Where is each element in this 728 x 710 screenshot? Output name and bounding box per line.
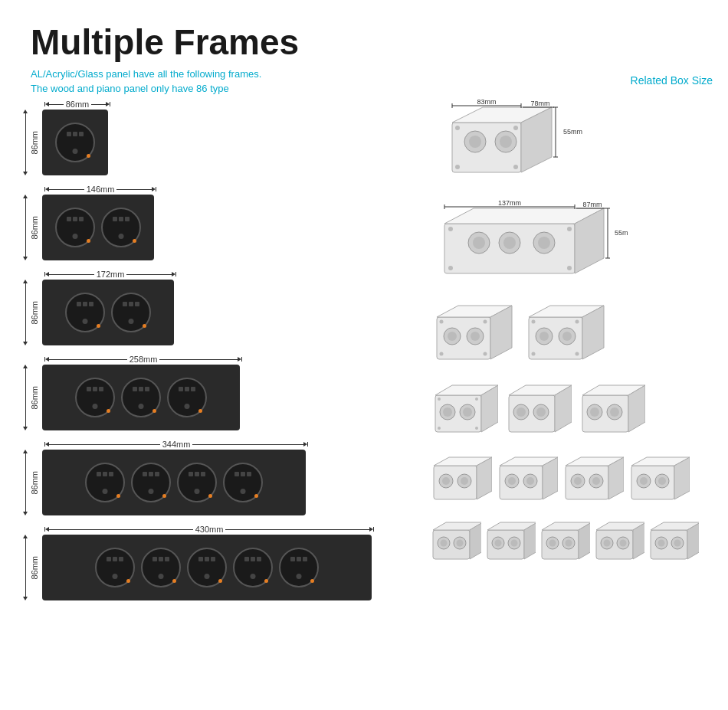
svg-point-118 — [658, 477, 666, 485]
frame-visual-3 — [42, 280, 174, 345]
svg-point-29 — [538, 237, 550, 249]
svg-point-90 — [610, 407, 619, 417]
svg-point-25 — [473, 237, 485, 249]
frame-5: 344mm 86mm — [23, 440, 406, 515]
outlet — [55, 208, 95, 247]
outlet — [177, 463, 217, 502]
box-group-6 — [429, 519, 713, 570]
outlet — [101, 208, 141, 247]
svg-point-10 — [513, 165, 518, 169]
svg-point-31 — [567, 227, 572, 231]
frame-visual-4 — [42, 365, 240, 430]
svg-point-81 — [516, 407, 526, 417]
svg-point-104 — [526, 477, 534, 485]
svg-point-139 — [566, 540, 572, 547]
frame-visual-5 — [42, 450, 306, 515]
svg-point-146 — [620, 540, 627, 547]
outlet — [233, 548, 273, 587]
svg-point-59 — [539, 332, 549, 341]
page-title: Multiple Frames — [31, 23, 697, 62]
box-svg-4b — [503, 381, 572, 443]
frame-6: 430mm 86mm — [23, 525, 406, 600]
box-svg-4c — [576, 381, 645, 443]
outlet — [141, 548, 181, 587]
svg-point-50 — [471, 332, 480, 341]
frames-column: 86mm 86mm — [23, 100, 406, 610]
outlet — [187, 548, 227, 587]
frame-3: 172mm 86mm — [23, 270, 406, 345]
svg-point-33 — [567, 266, 572, 270]
box-group-5 — [429, 453, 713, 510]
frame-visual-2 — [42, 195, 154, 260]
svg-point-75 — [438, 427, 441, 430]
svg-point-52 — [484, 320, 487, 324]
svg-point-9 — [455, 165, 460, 169]
svg-point-111 — [592, 477, 600, 485]
svg-point-144 — [604, 540, 611, 547]
svg-point-53 — [440, 352, 444, 356]
svg-point-51 — [440, 320, 444, 324]
svg-point-137 — [549, 540, 556, 547]
frame-2: 146mm 86mm — [23, 185, 406, 260]
box-svg-3b — [521, 302, 605, 371]
outlet — [111, 293, 151, 332]
svg-point-63 — [576, 320, 579, 324]
outlet — [85, 463, 125, 502]
box-group-4 — [429, 381, 713, 443]
svg-point-151 — [658, 540, 665, 547]
frame-visual-1 — [42, 110, 108, 175]
svg-point-6 — [500, 136, 512, 148]
svg-point-130 — [495, 540, 502, 547]
svg-text:78mm: 78mm — [530, 100, 549, 107]
svg-point-70 — [443, 407, 452, 417]
subtitle: AL/Acrylic/Glass panel have all the foll… — [31, 67, 697, 97]
outlet — [75, 378, 115, 417]
svg-point-48 — [448, 332, 457, 341]
outlet — [55, 123, 95, 162]
box-svg-4a — [429, 381, 498, 443]
boxes-column: 83mm 78mm 55mm — [429, 100, 713, 570]
svg-point-88 — [590, 407, 599, 417]
svg-point-30 — [448, 227, 453, 231]
frame-1: 86mm 86mm — [23, 100, 406, 175]
outlet — [95, 548, 135, 587]
frame-visual-6 — [42, 535, 372, 600]
svg-point-125 — [457, 540, 464, 547]
svg-text:55mm: 55mm — [615, 229, 628, 237]
outlet — [223, 463, 263, 502]
box-svg-3a — [429, 302, 513, 371]
svg-point-7 — [455, 126, 460, 130]
box-svg-2: 137mm 87mm 55mm — [429, 201, 628, 285]
svg-point-83 — [536, 407, 546, 417]
svg-point-102 — [508, 477, 516, 485]
svg-point-109 — [574, 477, 582, 485]
box-group-1: 83mm 78mm 55mm — [429, 100, 713, 187]
svg-point-116 — [640, 477, 648, 485]
svg-point-64 — [532, 352, 536, 356]
box-svg-5a — [429, 453, 492, 510]
svg-text:137mm: 137mm — [498, 201, 521, 207]
svg-point-4 — [469, 136, 481, 148]
box-svg-1: 83mm 78mm 55mm — [429, 100, 582, 184]
related-box-size-label: Related Box Size — [631, 74, 713, 87]
svg-point-27 — [503, 237, 516, 249]
outlet — [279, 548, 319, 587]
svg-point-8 — [513, 126, 518, 130]
svg-text:87mm: 87mm — [582, 201, 602, 208]
svg-point-73 — [438, 398, 441, 401]
page-container: Multiple Frames AL/Acrylic/Glass panel h… — [0, 0, 728, 710]
svg-point-61 — [562, 332, 572, 341]
svg-point-132 — [511, 540, 518, 547]
svg-point-72 — [463, 407, 472, 417]
svg-point-65 — [576, 352, 579, 356]
box-group-2: 137mm 87mm 55mm — [429, 201, 713, 288]
box-group-3 — [429, 302, 713, 371]
svg-point-74 — [475, 398, 478, 401]
outlet — [121, 378, 161, 417]
svg-text:83mm: 83mm — [477, 100, 496, 106]
svg-point-123 — [441, 540, 448, 547]
svg-point-95 — [442, 477, 450, 485]
outlet — [65, 293, 105, 332]
svg-point-32 — [448, 266, 453, 270]
outlet — [131, 463, 171, 502]
